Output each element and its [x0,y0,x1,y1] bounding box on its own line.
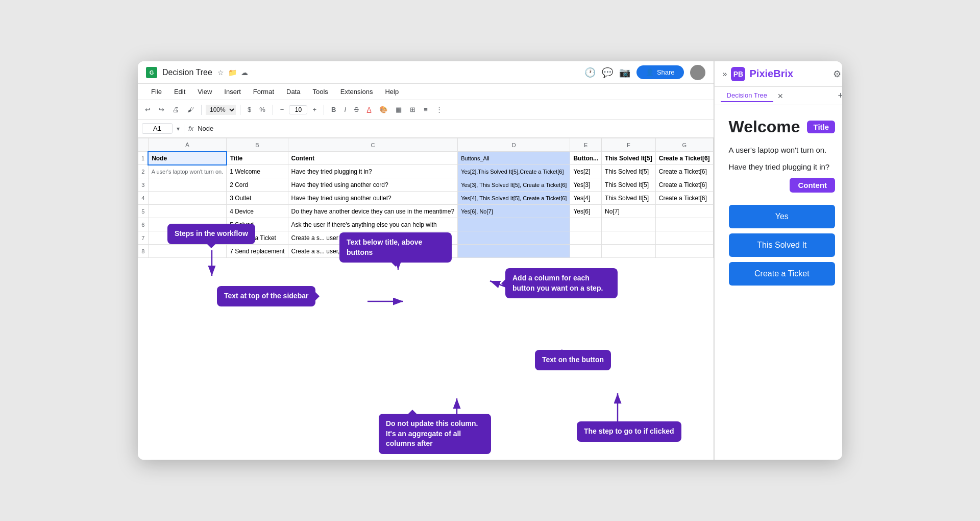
cell-c4[interactable]: Have they tried using another outlet? [288,192,458,205]
cell-c3[interactable]: Have they tried using another cord? [288,178,458,192]
cell-g4[interactable]: Create a Ticket[6] [655,192,713,205]
cell-a2[interactable]: A user's laptop won't turn on. [148,165,227,178]
borders-button[interactable]: ▦ [393,104,405,115]
share-button[interactable]: 👤 Share [636,65,684,79]
cell-d3[interactable]: Yes[3], This Solved It[5], Create a Tick… [458,178,570,192]
align-button[interactable]: ≡ [421,104,431,115]
menu-data[interactable]: Data [281,86,305,98]
cell-e6[interactable] [570,218,602,231]
cell-f4[interactable]: This Solved It[5] [602,192,656,205]
sidebar-expand-icon[interactable]: » [723,69,727,79]
cell-a5[interactable] [148,205,227,218]
undo-button[interactable]: ↩ [142,104,154,115]
cell-e7[interactable] [570,231,602,245]
menu-tools[interactable]: Tools [307,86,333,98]
sidebar-tab-decision-tree[interactable]: Decision Tree [721,89,773,102]
cell-g5[interactable] [655,205,713,218]
sidebar-tab-close[interactable]: ✕ [777,92,783,100]
menu-format[interactable]: Format [248,86,279,98]
cell-ref[interactable]: A1 [142,123,173,134]
cell-c5[interactable]: Do they have another device they can use… [288,205,458,218]
cell-e8[interactable] [570,245,602,258]
cell-g2[interactable]: Create a Ticket[6] [655,165,713,178]
cell-g7[interactable] [655,231,713,245]
cell-d4[interactable]: Yes[4], This Solved It[5], Create a Tick… [458,192,570,205]
merge-button[interactable]: ⊞ [407,104,419,115]
col-header-b[interactable]: B [227,138,288,152]
yes-button[interactable]: Yes [729,205,835,228]
color-button[interactable]: A [364,104,375,115]
cell-d2[interactable]: Yes[2],This Solved It[5],Create a Ticket… [458,165,570,178]
cell-f1[interactable]: This Solved It[5] [602,152,656,165]
cell-b6[interactable]: 5 Solved [227,218,288,231]
col-header-g[interactable]: G [655,138,713,152]
camera-icon[interactable]: 📷 [619,67,630,78]
cell-a3[interactable] [148,178,227,192]
menu-extensions[interactable]: Extensions [335,86,378,98]
folder-icon[interactable]: 📁 [228,68,237,77]
cell-e1[interactable]: Button... [570,152,602,165]
redo-button[interactable]: ↪ [156,104,167,115]
menu-view[interactable]: View [192,86,217,98]
cell-f5[interactable]: No[7] [602,205,656,218]
cell-b4[interactable]: 3 Outlet [227,192,288,205]
pb-gear-icon[interactable]: ⚙ [833,68,841,80]
paint-format-button[interactable]: 🖌 [184,104,197,115]
cell-b1[interactable]: Title [227,152,288,165]
sidebar-tab-add[interactable]: + [838,90,842,101]
cell-g6[interactable] [655,218,713,231]
col-header-f[interactable]: F [602,138,656,152]
cell-d6[interactable] [458,218,570,231]
cell-a6[interactable] [148,218,227,231]
grid-container[interactable]: A B C D E F G 1 Node [138,138,714,460]
menu-insert[interactable]: Insert [219,86,246,98]
col-header-d[interactable]: D [458,138,570,152]
col-header-c[interactable]: C [288,138,458,152]
cell-d1[interactable]: Buttons_All [458,152,570,165]
cell-a7[interactable] [148,231,227,245]
cell-a1[interactable]: Node [148,152,227,165]
cloud-icon[interactable]: ☁ [241,68,248,77]
cell-d8[interactable] [458,245,570,258]
cell-b5[interactable]: 4 Device [227,205,288,218]
star-icon[interactable]: ☆ [217,68,224,77]
cell-e2[interactable]: Yes[2] [570,165,602,178]
cell-b8[interactable]: 7 Send replacement [227,245,288,258]
more-button[interactable]: ⋮ [433,104,446,115]
this-solved-it-button[interactable]: This Solved It [729,233,835,257]
cell-f3[interactable]: This Solved It[5] [602,178,656,192]
cell-f2[interactable]: This Solved It[5] [602,165,656,178]
bold-button[interactable]: B [328,104,339,115]
cell-e3[interactable]: Yes[3] [570,178,602,192]
percent-button[interactable]: % [256,104,268,115]
cell-a4[interactable] [148,192,227,205]
col-header-e[interactable]: E [570,138,602,152]
plus-button[interactable]: + [309,104,320,115]
highlight-button[interactable]: 🎨 [376,104,390,115]
zoom-select[interactable]: 100% [206,105,236,115]
strikethrough-button[interactable]: S [351,104,362,115]
cell-c2[interactable]: Have they tried plugging it in? [288,165,458,178]
italic-button[interactable]: I [341,104,349,115]
font-size-box[interactable]: 10 [289,105,307,114]
cell-b2[interactable]: 1 Welcome [227,165,288,178]
cell-e5[interactable]: Yes[6] [570,205,602,218]
print-button[interactable]: 🖨 [169,104,182,115]
cell-c6[interactable]: Ask the user if there's anything else yo… [288,218,458,231]
cell-c1[interactable]: Content [288,152,458,165]
cell-f7[interactable] [602,231,656,245]
comment-icon[interactable]: 💬 [602,67,613,78]
cell-g3[interactable]: Create a Ticket[6] [655,178,713,192]
history-icon[interactable]: 🕐 [584,67,596,78]
cell-e4[interactable]: Yes[4] [570,192,602,205]
currency-button[interactable]: $ [244,104,254,115]
formula-expand-icon[interactable]: ▾ [177,125,180,132]
cell-b7[interactable]: 6 Create a Ticket [227,231,288,245]
menu-help[interactable]: Help [380,86,404,98]
cell-b3[interactable]: 2 Cord [227,178,288,192]
cell-f6[interactable] [602,218,656,231]
cell-f8[interactable] [602,245,656,258]
cell-g1[interactable]: Create a Ticket[6] [655,152,713,165]
cell-d5[interactable]: Yes[6], No[7] [458,205,570,218]
minus-button[interactable]: − [277,104,287,115]
